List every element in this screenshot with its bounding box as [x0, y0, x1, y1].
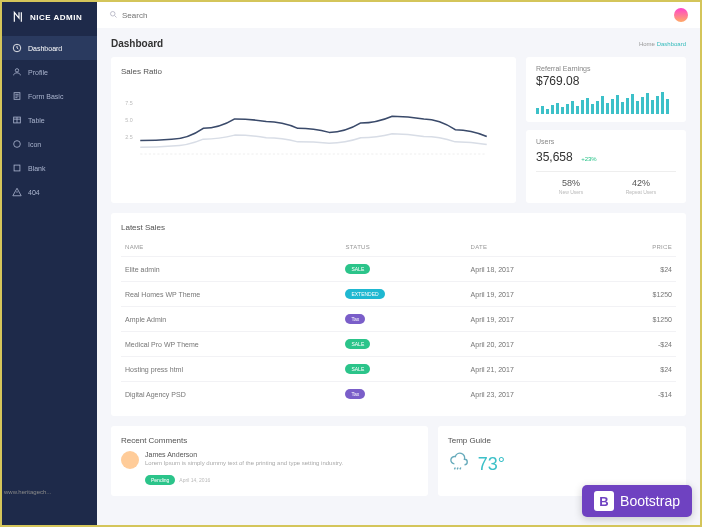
top-row: Sales Ratio 7.55.02.5 Referral Earnings … — [111, 57, 686, 203]
sidebar-item-blank[interactable]: Blank — [2, 156, 97, 180]
spark-bar — [556, 103, 559, 114]
sidebar-item-form-basic[interactable]: Form Basic — [2, 84, 97, 108]
temp-guide-title: Temp Guide — [448, 436, 676, 445]
status-badge: SALE — [345, 364, 370, 374]
referral-sparkline — [536, 92, 676, 114]
cell-name: Digital Agency PSD — [121, 382, 341, 407]
cell-date: April 23, 2017 — [467, 382, 603, 407]
new-users-pct: 58% New Users — [536, 178, 606, 195]
users-value: 35,658 — [536, 150, 573, 164]
breadcrumb-home[interactable]: Home — [639, 41, 655, 47]
spark-bar — [666, 99, 669, 114]
comment-badge: Pending — [145, 475, 175, 485]
table-row[interactable]: Elite adminSALEApril 18, 2017$24 — [121, 257, 676, 282]
spark-bar — [656, 96, 659, 114]
dashboard-icon — [12, 43, 22, 53]
spark-bar — [616, 95, 619, 114]
profile-icon — [12, 67, 22, 77]
users-delta: +23% — [581, 156, 597, 162]
status-badge: Tax — [345, 314, 365, 324]
search-input[interactable] — [122, 11, 674, 20]
spark-bar — [566, 104, 569, 114]
user-avatar[interactable] — [674, 8, 688, 22]
comment-avatar — [121, 451, 139, 469]
users-breakdown: 58% New Users 42% Repeat Users — [536, 171, 676, 195]
cell-name: Medical Pro WP Theme — [121, 332, 341, 357]
breadcrumb: Home Dashboard — [639, 41, 686, 47]
sidebar-item-label: Blank — [28, 165, 46, 172]
cell-price: $1250 — [602, 282, 676, 307]
sidebar-item-label: Dashboard — [28, 45, 62, 52]
stats-column: Referral Earnings $769.08 Users 35,658 +… — [526, 57, 686, 203]
form-icon — [12, 91, 22, 101]
recent-comments-card: Recent Comments James AndersonLorem Ipsu… — [111, 426, 428, 496]
spark-bar — [561, 107, 564, 114]
bootstrap-text: Bootstrap — [620, 493, 680, 509]
spark-bar — [586, 98, 589, 114]
cell-price: $24 — [602, 357, 676, 382]
warning-icon — [12, 187, 22, 197]
table-row[interactable]: Ample AdminTaxApril 19, 2017$1250 — [121, 307, 676, 332]
table-row[interactable]: Hosting press htmlSALEApril 21, 2017$24 — [121, 357, 676, 382]
sidebar-item-dashboard[interactable]: Dashboard — [2, 36, 97, 60]
sales-ratio-chart: 7.55.02.5 — [121, 82, 506, 172]
spark-bar — [551, 105, 554, 114]
brand-logo[interactable]: NICE ADMIN — [2, 2, 97, 32]
sidebar-item-404[interactable]: 404 — [2, 180, 97, 204]
spark-bar — [651, 100, 654, 114]
cell-status: SALE — [341, 257, 466, 282]
referral-card: Referral Earnings $769.08 — [526, 57, 686, 122]
cell-status: Tax — [341, 307, 466, 332]
icon-icon — [12, 139, 22, 149]
spark-bar — [646, 93, 649, 114]
sidebar-item-label: 404 — [28, 189, 40, 196]
spark-bar — [541, 106, 544, 114]
col-status: STATUS — [341, 238, 466, 257]
spark-bar — [596, 101, 599, 114]
comment-time: April 14, 2016 — [179, 477, 210, 483]
sidebar-item-label: Form Basic — [28, 93, 63, 100]
col-price: PRICE — [602, 238, 676, 257]
temp-display: 73° — [448, 451, 676, 478]
cell-status: SALE — [341, 332, 466, 357]
svg-text:7.5: 7.5 — [125, 101, 133, 107]
search-icon — [109, 10, 118, 21]
recent-comments-title: Recent Comments — [121, 436, 418, 445]
spark-bar — [621, 102, 624, 114]
sidebar-item-label: Icon — [28, 141, 41, 148]
content: Dashboard Home Dashboard Sales Ratio 7.5… — [97, 28, 700, 506]
sidebar-item-table[interactable]: Table — [2, 108, 97, 132]
table-row[interactable]: Digital Agency PSDTaxApril 23, 2017-$14 — [121, 382, 676, 407]
status-badge: EXTENDED — [345, 289, 384, 299]
page-header: Dashboard Home Dashboard — [111, 38, 686, 49]
breadcrumb-current: Dashboard — [657, 41, 686, 47]
sidebar-item-profile[interactable]: Profile — [2, 60, 97, 84]
watermark: www.heritagech... — [4, 489, 51, 495]
svg-point-6 — [111, 11, 116, 16]
spark-bar — [591, 104, 594, 114]
sales-ratio-title: Sales Ratio — [121, 67, 506, 76]
cell-date: April 19, 2017 — [467, 307, 603, 332]
svg-text:5.0: 5.0 — [125, 117, 133, 123]
page-title: Dashboard — [111, 38, 163, 49]
table-row[interactable]: Real Homes WP ThemeEXTENDEDApril 19, 201… — [121, 282, 676, 307]
spark-bar — [626, 98, 629, 114]
spark-bar — [661, 92, 664, 114]
svg-rect-5 — [14, 165, 20, 171]
cell-name: Elite admin — [121, 257, 341, 282]
cell-price: -$14 — [602, 382, 676, 407]
latest-sales-title: Latest Sales — [121, 223, 676, 232]
blank-icon — [12, 163, 22, 173]
users-label: Users — [536, 138, 676, 145]
topbar — [97, 2, 700, 28]
cell-status: Tax — [341, 382, 466, 407]
status-badge: SALE — [345, 264, 370, 274]
brand-text: NICE ADMIN — [30, 13, 82, 22]
bootstrap-badge: B Bootstrap — [582, 485, 692, 517]
sidebar-item-label: Table — [28, 117, 45, 124]
users-card: Users 35,658 +23% 58% New Users 42% Repe… — [526, 130, 686, 203]
spark-bar — [571, 101, 574, 114]
sidebar-item-icon[interactable]: Icon — [2, 132, 97, 156]
table-row[interactable]: Medical Pro WP ThemeSALEApril 20, 2017-$… — [121, 332, 676, 357]
spark-bar — [601, 96, 604, 114]
